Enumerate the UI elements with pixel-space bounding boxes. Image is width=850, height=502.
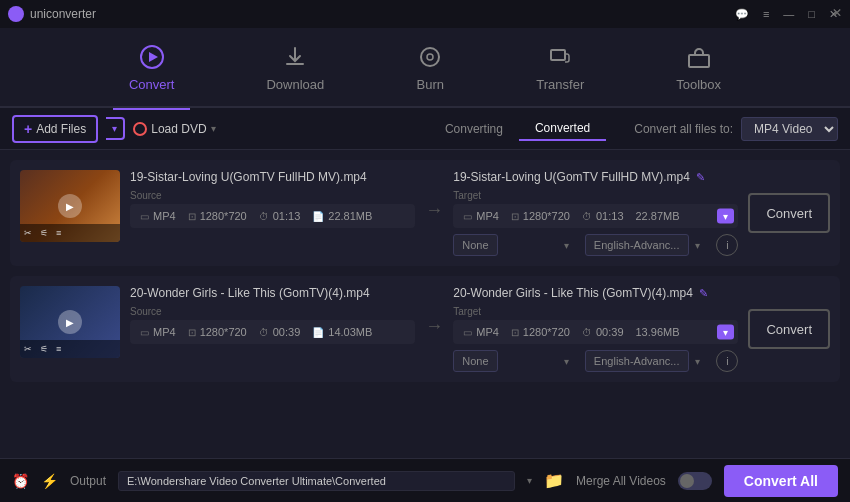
audio-wrapper-1: English-Advanc...	[585, 234, 709, 256]
source-label-2: Source	[130, 306, 415, 317]
format-select[interactable]: MP4 Video	[741, 117, 838, 141]
audio-wrapper-2: English-Advanc...	[585, 350, 709, 372]
load-dvd-chevron: ▾	[211, 123, 216, 134]
arrow-right-icon-2: →	[425, 316, 443, 337]
edit-icon-2[interactable]: ⚟	[40, 344, 48, 354]
source-filename-2: 20-Wonder Girls - Like This (GomTV)(4).m…	[130, 286, 415, 300]
minimize-button[interactable]: —	[779, 6, 798, 22]
output-path-input[interactable]	[118, 471, 515, 491]
convert-all-files-label: Convert all files to:	[634, 122, 733, 136]
nav-convert-label: Convert	[129, 77, 175, 92]
nav-download[interactable]: Download	[250, 35, 340, 100]
sub-options-2: None English-Advanc... i	[453, 350, 738, 372]
target-format-1: ▭ MP4	[463, 210, 499, 222]
file-item-2: ▶ ✂ ⚟ ≡ 20-Wonder Girls - Like This (Gom…	[10, 276, 840, 382]
target-filename-2: 20-Wonder Girls - Like This (GomTV)(4).m…	[453, 286, 738, 300]
info-button-1[interactable]: i	[716, 234, 738, 256]
clock-icon-2: ⏱	[259, 327, 269, 338]
target-duration-2: ⏱ 00:39	[582, 326, 624, 338]
menu-icon[interactable]: ≡	[759, 6, 773, 22]
target-resolution-1: ⊡ 1280*720	[511, 210, 570, 222]
res-icon-2: ⊡	[188, 327, 196, 338]
window-controls[interactable]: 💬 ≡ — □ ✕	[731, 6, 842, 23]
bottom-bar: ⏰ ⚡ Output ▾ 📁 Merge All Videos Convert …	[0, 458, 850, 502]
svg-marker-1	[149, 52, 158, 62]
play-button-2[interactable]: ▶	[58, 310, 82, 334]
app-logo: uniconverter	[8, 6, 96, 22]
app-title: uniconverter	[30, 7, 96, 21]
target-dropdown-2[interactable]: ▾	[717, 325, 734, 340]
target-size-2: 13.96MB	[636, 326, 680, 338]
source-meta-1: ▭ MP4 ⊡ 1280*720 ⏱ 01:13 📄 22.81MB	[130, 204, 415, 228]
source-filename-1: 19-Sistar-Loving U(GomTV FullHD MV).mp4	[130, 170, 415, 184]
nav-burn[interactable]: Burn	[400, 35, 460, 100]
film-icon-1: ▭	[140, 211, 149, 222]
subtitle-select-1[interactable]: None	[453, 234, 498, 256]
settings-icon-2[interactable]: ≡	[56, 344, 61, 354]
play-button-1[interactable]: ▶	[58, 194, 82, 218]
file-icon-2: 📄	[312, 327, 324, 338]
thumbnail-1[interactable]: ▶ ✂ ⚟ ≡	[20, 170, 120, 242]
convert-all-button[interactable]: Convert All	[724, 465, 838, 497]
nav-transfer-label: Transfer	[536, 77, 584, 92]
open-folder-button[interactable]: 📁	[544, 471, 564, 490]
nav-transfer[interactable]: Transfer	[520, 35, 600, 100]
info-button-2[interactable]: i	[716, 350, 738, 372]
clock-bottom-icon[interactable]: ⏰	[12, 473, 29, 489]
target-film-icon-1: ▭	[463, 211, 472, 222]
nav-bar: Convert Download Burn Transfer	[0, 28, 850, 108]
target-meta-1: ▭ MP4 ⊡ 1280*720 ⏱ 01:13 22.87MB ▾	[453, 204, 738, 228]
add-files-button[interactable]: + Add Files	[12, 115, 98, 143]
nav-convert[interactable]: Convert	[113, 35, 191, 100]
target-dropdown-1[interactable]: ▾	[717, 209, 734, 224]
path-dropdown-btn[interactable]: ▾	[527, 475, 532, 486]
file-info-2: 20-Wonder Girls - Like This (GomTV)(4).m…	[130, 286, 415, 344]
convert-button-1[interactable]: Convert	[748, 193, 830, 233]
maximize-button[interactable]: □	[804, 6, 819, 22]
target-resolution-2: ⊡ 1280*720	[511, 326, 570, 338]
lightning-icon[interactable]: ⚡	[41, 473, 58, 489]
source-duration-2: ⏱ 00:39	[259, 326, 301, 338]
tab-converted[interactable]: Converted	[519, 117, 606, 141]
tab-converting[interactable]: Converting	[429, 117, 519, 141]
audio-select-2[interactable]: English-Advanc...	[585, 350, 689, 372]
chat-icon[interactable]: 💬	[731, 6, 753, 23]
load-dvd-button[interactable]: Load DVD ▾	[133, 122, 215, 136]
svg-rect-5	[689, 55, 709, 67]
source-duration-1: ⏱ 01:13	[259, 210, 301, 222]
source-size-2: 📄 14.03MB	[312, 326, 372, 338]
scissors-icon-1[interactable]: ✂	[24, 228, 32, 238]
scissors-icon-2[interactable]: ✂	[24, 344, 32, 354]
add-files-dropdown[interactable]: ▾	[106, 117, 125, 140]
target-edit-icon-2[interactable]: ✎	[699, 287, 708, 300]
arrow-right-icon-1: →	[425, 200, 443, 221]
audio-select-1[interactable]: English-Advanc...	[585, 234, 689, 256]
source-format-2: ▭ MP4	[140, 326, 176, 338]
thumb-controls-1: ✂ ⚟ ≡	[20, 224, 120, 242]
sub-options-1: None English-Advanc... i	[453, 234, 738, 256]
file-icon-1: 📄	[312, 211, 324, 222]
res-icon-1: ⊡	[188, 211, 196, 222]
nav-toolbox[interactable]: Toolbox	[660, 35, 737, 100]
toolbar: + Add Files ▾ Load DVD ▾ Converting Conv…	[0, 108, 850, 150]
settings-icon-1[interactable]: ≡	[56, 228, 61, 238]
convert-button-2[interactable]: Convert	[748, 309, 830, 349]
target-section-2: 20-Wonder Girls - Like This (GomTV)(4).m…	[453, 286, 738, 372]
target-res-icon-1: ⊡	[511, 211, 519, 222]
tab-group: Converting Converted	[429, 117, 606, 141]
target-label-2: Target	[453, 306, 738, 317]
output-label: Output	[70, 474, 106, 488]
nav-burn-label: Burn	[417, 77, 444, 92]
film-icon-2: ▭	[140, 327, 149, 338]
edit-icon-1[interactable]: ⚟	[40, 228, 48, 238]
svg-rect-4	[551, 50, 565, 60]
subtitle-wrapper-1: None	[453, 234, 577, 256]
file-item-1: ▶ ✂ ⚟ ≡ 19-Sistar-Loving U(GomTV FullHD …	[10, 160, 840, 266]
subtitle-select-2[interactable]: None	[453, 350, 498, 372]
thumb-controls-2: ✂ ⚟ ≡	[20, 340, 120, 358]
merge-toggle[interactable]	[678, 472, 712, 490]
thumbnail-2[interactable]: ▶ ✂ ⚟ ≡	[20, 286, 120, 358]
clock-icon-1: ⏱	[259, 211, 269, 222]
target-edit-icon-1[interactable]: ✎	[696, 171, 705, 184]
target-size-1: 22.87MB	[636, 210, 680, 222]
